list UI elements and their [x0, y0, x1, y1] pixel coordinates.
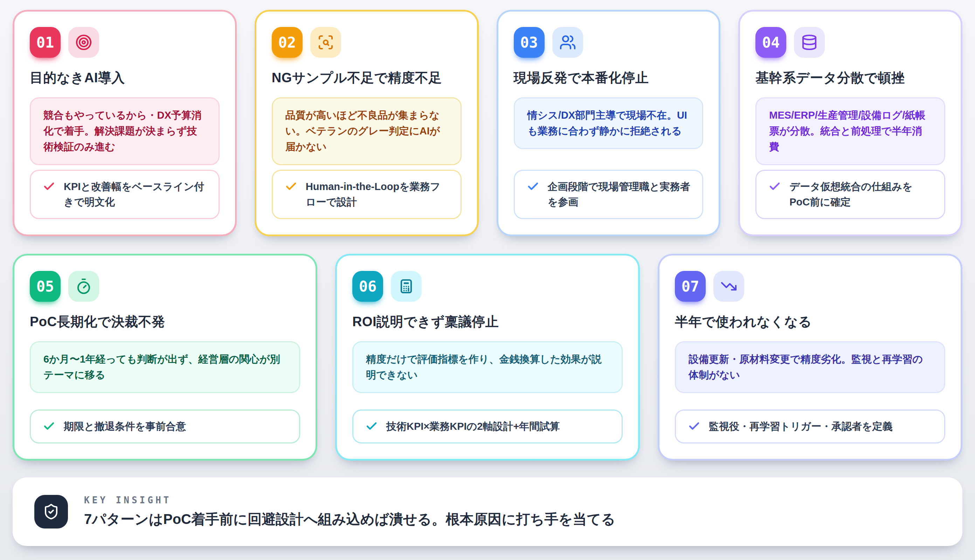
card-solution-text: Human-in-the-Loopを業務フローで設計 [306, 179, 449, 210]
card-badges: 05 [30, 271, 300, 302]
card-problem-description: MES/ERP/生産管理/設備ログ/紙帳票が分散。統合と前処理で半年消費 [755, 97, 945, 165]
card-number-badge: 05 [30, 271, 60, 302]
card-solution-text: 監視役・再学習トリガー・承認者を定義 [709, 419, 893, 434]
card-number-badge: 03 [514, 27, 544, 58]
timer-icon [68, 271, 99, 302]
card-solution: KPIと改善幅をベースライン付きで明文化 [30, 170, 220, 219]
trending-down-icon [713, 271, 744, 302]
check-icon [688, 420, 700, 433]
insight-label: KEY INSIGHT [84, 495, 615, 505]
pattern-grid-row-2: 05 PoC長期化で決裁不発 6か月〜1年経っても判断が出ず、経営層の関心が別テ… [13, 254, 962, 461]
card-solution: Human-in-the-Loopを業務フローで設計 [272, 170, 462, 219]
card-solution-text: 期限と撤退条件を事前合意 [64, 419, 186, 434]
pattern-card-03: 03 現場反発で本番化停止 情シス/DX部門主導で現場不在。UIも業務に合わず静… [497, 10, 721, 236]
pattern-card-06: 06 ROI説明できず稟議停止 精度だけで評価指標を作り、金銭換算した効果が説明… [335, 254, 640, 461]
card-title: ROI説明できず稟議停止 [352, 313, 623, 331]
pattern-card-01: 01 目的なきAI導入 競合もやっているから・DX予算消化で着手。解決課題が決ま… [13, 10, 237, 236]
card-solution: 期限と撤退条件を事前合意 [30, 410, 300, 444]
card-title: 目的なきAI導入 [30, 69, 220, 87]
card-title: PoC長期化で決裁不発 [30, 313, 300, 331]
card-solution-text: 企画段階で現場管理職と実務者を参画 [548, 179, 691, 210]
card-number-badge: 06 [352, 271, 383, 302]
card-problem-description: 精度だけで評価指標を作り、金銭換算した効果が説明できない [352, 341, 623, 393]
scan-search-icon [310, 27, 341, 58]
card-number-badge: 02 [272, 27, 302, 58]
card-title: 半年で使われなくなる [675, 313, 945, 331]
card-solution: 技術KPI×業務KPIの2軸設計+年間試算 [352, 410, 623, 444]
card-solution-text: KPIと改善幅をベースライン付きで明文化 [64, 179, 207, 210]
card-number-badge: 07 [675, 271, 706, 302]
card-problem-description: 情シス/DX部門主導で現場不在。UIも業務に合わず静かに拒絶される [514, 97, 704, 149]
card-number-badge: 04 [755, 27, 786, 58]
card-solution: データ仮想統合の仕組みをPoC前に確定 [755, 170, 945, 219]
card-title: NGサンプル不足で精度不足 [272, 69, 462, 87]
card-number-badge: 01 [30, 27, 60, 58]
card-title: 現場反発で本番化停止 [514, 69, 704, 87]
pattern-card-07: 07 半年で使われなくなる 設備更新・原材料変更で精度劣化。監視と再学習の体制が… [658, 254, 962, 461]
database-icon [794, 27, 825, 58]
pattern-card-04: 04 基幹系データ分散で頓挫 MES/ERP/生産管理/設備ログ/紙帳票が分散。… [738, 10, 962, 236]
check-icon [43, 180, 55, 193]
check-icon [527, 180, 539, 193]
card-problem-description: 設備更新・原材料変更で精度劣化。監視と再学習の体制がない [675, 341, 945, 393]
card-solution: 監視役・再学習トリガー・承認者を定義 [675, 410, 945, 444]
target-icon [68, 27, 99, 58]
shield-check-icon [34, 495, 68, 528]
insight-text: 7パターンはPoC着手前に回避設計へ組み込めば潰せる。根本原因に打ち手を当てる [84, 510, 615, 529]
page: 01 目的なきAI導入 競合もやっているから・DX予算消化で着手。解決課題が決ま… [0, 0, 975, 546]
card-badges: 03 [514, 27, 704, 58]
pattern-grid-row-1: 01 目的なきAI導入 競合もやっているから・DX予算消化で着手。解決課題が決ま… [13, 10, 962, 236]
calculator-icon [391, 271, 422, 302]
card-badges: 04 [755, 27, 945, 58]
card-problem-description: 競合もやっているから・DX予算消化で着手。解決課題が決まらず技術検証のみ進む [30, 97, 220, 165]
pattern-card-02: 02 NGサンプル不足で精度不足 品質が高いほど不良品が集まらない。ベテランのグ… [255, 10, 479, 236]
insight-text-block: KEY INSIGHT 7パターンはPoC着手前に回避設計へ組み込めば潰せる。根… [84, 495, 615, 529]
check-icon [365, 420, 378, 433]
card-solution: 企画段階で現場管理職と実務者を参画 [514, 170, 704, 219]
check-icon [768, 180, 781, 193]
users-icon [552, 27, 583, 58]
card-badges: 02 [272, 27, 462, 58]
card-badges: 01 [30, 27, 220, 58]
card-solution-text: 技術KPI×業務KPIの2軸設計+年間試算 [386, 419, 560, 434]
card-solution-text: データ仮想統合の仕組みをPoC前に確定 [790, 179, 932, 210]
check-icon [43, 420, 55, 433]
card-problem-description: 品質が高いほど不良品が集まらない。ベテランのグレー判定にAIが届かない [272, 97, 462, 165]
pattern-card-05: 05 PoC長期化で決裁不発 6か月〜1年経っても判断が出ず、経営層の関心が別テ… [13, 254, 317, 461]
card-badges: 06 [352, 271, 623, 302]
key-insight-bar: KEY INSIGHT 7パターンはPoC着手前に回避設計へ組み込めば潰せる。根… [13, 477, 962, 546]
check-icon [285, 180, 297, 193]
card-title: 基幹系データ分散で頓挫 [755, 69, 945, 87]
card-badges: 07 [675, 271, 945, 302]
card-problem-description: 6か月〜1年経っても判断が出ず、経営層の関心が別テーマに移る [30, 341, 300, 393]
